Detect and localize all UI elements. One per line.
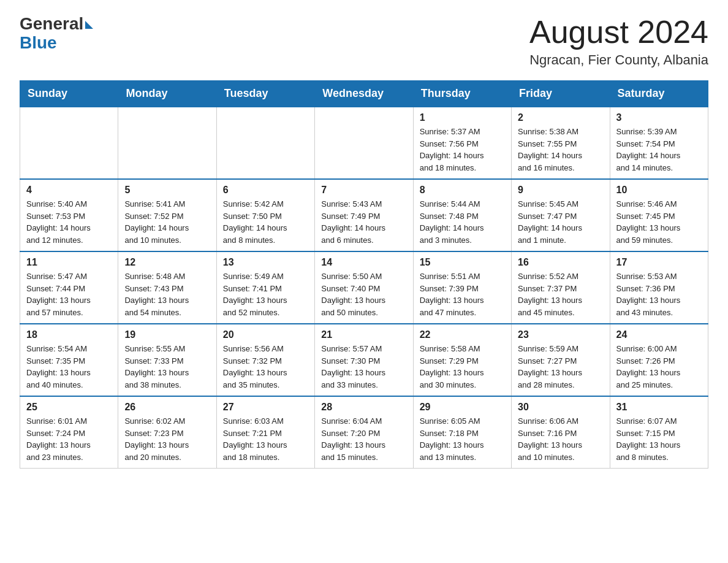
day-info: Sunrise: 5:47 AMSunset: 7:44 PMDaylight:… — [26, 270, 112, 318]
day-number: 7 — [321, 185, 406, 196]
weekday-header-wednesday: Wednesday — [315, 81, 413, 107]
day-number: 27 — [223, 402, 308, 413]
calendar-cell: 14Sunrise: 5:50 AMSunset: 7:40 PMDayligh… — [315, 251, 413, 324]
calendar-cell: 29Sunrise: 6:05 AMSunset: 7:18 PMDayligh… — [413, 396, 511, 469]
calendar-header-row: SundayMondayTuesdayWednesdayThursdayFrid… — [20, 81, 708, 107]
day-number: 25 — [26, 402, 112, 413]
page-header: General Blue August 2024 Ngracan, Fier C… — [20, 15, 708, 68]
day-info: Sunrise: 5:57 AMSunset: 7:30 PMDaylight:… — [321, 343, 406, 391]
day-number: 8 — [420, 185, 505, 196]
day-number: 13 — [223, 257, 308, 268]
weekday-header-sunday: Sunday — [20, 81, 118, 107]
day-info: Sunrise: 5:48 AMSunset: 7:43 PMDaylight:… — [124, 270, 210, 318]
calendar-cell: 4Sunrise: 5:40 AMSunset: 7:53 PMDaylight… — [20, 179, 118, 251]
month-title: August 2024 — [529, 15, 708, 50]
day-info: Sunrise: 5:41 AMSunset: 7:52 PMDaylight:… — [124, 198, 210, 246]
week-row-5: 25Sunrise: 6:01 AMSunset: 7:24 PMDayligh… — [20, 396, 708, 469]
day-info: Sunrise: 5:39 AMSunset: 7:54 PMDaylight:… — [616, 126, 702, 174]
day-info: Sunrise: 5:38 AMSunset: 7:55 PMDaylight:… — [518, 126, 603, 174]
day-info: Sunrise: 6:05 AMSunset: 7:18 PMDaylight:… — [420, 415, 505, 463]
calendar-cell — [315, 107, 413, 179]
calendar-cell: 27Sunrise: 6:03 AMSunset: 7:21 PMDayligh… — [216, 396, 314, 469]
day-number: 6 — [223, 185, 308, 196]
day-info: Sunrise: 5:58 AMSunset: 7:29 PMDaylight:… — [420, 343, 505, 391]
day-number: 26 — [124, 402, 210, 413]
calendar-cell: 13Sunrise: 5:49 AMSunset: 7:41 PMDayligh… — [216, 251, 314, 324]
calendar-cell — [20, 107, 118, 179]
day-info: Sunrise: 5:37 AMSunset: 7:56 PMDaylight:… — [420, 126, 505, 174]
day-number: 4 — [26, 185, 112, 196]
day-info: Sunrise: 5:46 AMSunset: 7:45 PMDaylight:… — [616, 198, 702, 246]
logo-triangle-icon — [85, 21, 93, 29]
calendar-cell: 6Sunrise: 5:42 AMSunset: 7:50 PMDaylight… — [216, 179, 314, 251]
day-info: Sunrise: 6:04 AMSunset: 7:20 PMDaylight:… — [321, 415, 406, 463]
weekday-header-tuesday: Tuesday — [216, 81, 314, 107]
title-section: August 2024 Ngracan, Fier County, Albani… — [529, 15, 708, 68]
weekday-header-saturday: Saturday — [610, 81, 708, 107]
calendar-cell: 3Sunrise: 5:39 AMSunset: 7:54 PMDaylight… — [610, 107, 708, 179]
day-number: 14 — [321, 257, 406, 268]
calendar-cell: 31Sunrise: 6:07 AMSunset: 7:15 PMDayligh… — [610, 396, 708, 469]
calendar-cell — [216, 107, 314, 179]
day-info: Sunrise: 5:59 AMSunset: 7:27 PMDaylight:… — [518, 343, 603, 391]
day-info: Sunrise: 5:42 AMSunset: 7:50 PMDaylight:… — [223, 198, 308, 246]
day-number: 5 — [124, 185, 210, 196]
calendar-cell: 2Sunrise: 5:38 AMSunset: 7:55 PMDaylight… — [512, 107, 610, 179]
calendar-cell — [118, 107, 216, 179]
day-number: 22 — [420, 329, 505, 340]
calendar-cell: 1Sunrise: 5:37 AMSunset: 7:56 PMDaylight… — [413, 107, 511, 179]
logo-blue-text: Blue — [20, 34, 57, 53]
day-number: 2 — [518, 112, 603, 123]
calendar-cell: 18Sunrise: 5:54 AMSunset: 7:35 PMDayligh… — [20, 324, 118, 396]
day-info: Sunrise: 5:45 AMSunset: 7:47 PMDaylight:… — [518, 198, 603, 246]
calendar-cell: 5Sunrise: 5:41 AMSunset: 7:52 PMDaylight… — [118, 179, 216, 251]
day-info: Sunrise: 6:02 AMSunset: 7:23 PMDaylight:… — [124, 415, 210, 463]
day-number: 29 — [420, 402, 505, 413]
day-number: 30 — [518, 402, 603, 413]
day-info: Sunrise: 5:43 AMSunset: 7:49 PMDaylight:… — [321, 198, 406, 246]
calendar-cell: 10Sunrise: 5:46 AMSunset: 7:45 PMDayligh… — [610, 179, 708, 251]
weekday-header-friday: Friday — [512, 81, 610, 107]
calendar-cell: 11Sunrise: 5:47 AMSunset: 7:44 PMDayligh… — [20, 251, 118, 324]
calendar-cell: 7Sunrise: 5:43 AMSunset: 7:49 PMDaylight… — [315, 179, 413, 251]
calendar-cell: 20Sunrise: 5:56 AMSunset: 7:32 PMDayligh… — [216, 324, 314, 396]
day-number: 19 — [124, 329, 210, 340]
day-info: Sunrise: 5:55 AMSunset: 7:33 PMDaylight:… — [124, 343, 210, 391]
day-number: 1 — [420, 112, 505, 123]
logo: General Blue — [20, 15, 93, 53]
calendar-cell: 25Sunrise: 6:01 AMSunset: 7:24 PMDayligh… — [20, 396, 118, 469]
calendar-cell: 23Sunrise: 5:59 AMSunset: 7:27 PMDayligh… — [512, 324, 610, 396]
day-info: Sunrise: 6:07 AMSunset: 7:15 PMDaylight:… — [616, 415, 702, 463]
calendar-cell: 9Sunrise: 5:45 AMSunset: 7:47 PMDaylight… — [512, 179, 610, 251]
calendar-cell: 8Sunrise: 5:44 AMSunset: 7:48 PMDaylight… — [413, 179, 511, 251]
week-row-2: 4Sunrise: 5:40 AMSunset: 7:53 PMDaylight… — [20, 179, 708, 251]
calendar-cell: 24Sunrise: 6:00 AMSunset: 7:26 PMDayligh… — [610, 324, 708, 396]
calendar-cell: 21Sunrise: 5:57 AMSunset: 7:30 PMDayligh… — [315, 324, 413, 396]
calendar-cell: 26Sunrise: 6:02 AMSunset: 7:23 PMDayligh… — [118, 396, 216, 469]
day-number: 21 — [321, 329, 406, 340]
week-row-3: 11Sunrise: 5:47 AMSunset: 7:44 PMDayligh… — [20, 251, 708, 324]
calendar-cell: 22Sunrise: 5:58 AMSunset: 7:29 PMDayligh… — [413, 324, 511, 396]
day-info: Sunrise: 6:00 AMSunset: 7:26 PMDaylight:… — [616, 343, 702, 391]
day-number: 31 — [616, 402, 702, 413]
day-number: 28 — [321, 402, 406, 413]
day-info: Sunrise: 5:40 AMSunset: 7:53 PMDaylight:… — [26, 198, 112, 246]
day-number: 18 — [26, 329, 112, 340]
day-info: Sunrise: 5:44 AMSunset: 7:48 PMDaylight:… — [420, 198, 505, 246]
day-info: Sunrise: 6:01 AMSunset: 7:24 PMDaylight:… — [26, 415, 112, 463]
day-info: Sunrise: 5:54 AMSunset: 7:35 PMDaylight:… — [26, 343, 112, 391]
day-number: 24 — [616, 329, 702, 340]
calendar-cell: 16Sunrise: 5:52 AMSunset: 7:37 PMDayligh… — [512, 251, 610, 324]
calendar-cell: 28Sunrise: 6:04 AMSunset: 7:20 PMDayligh… — [315, 396, 413, 469]
day-info: Sunrise: 6:03 AMSunset: 7:21 PMDaylight:… — [223, 415, 308, 463]
calendar-cell: 12Sunrise: 5:48 AMSunset: 7:43 PMDayligh… — [118, 251, 216, 324]
week-row-4: 18Sunrise: 5:54 AMSunset: 7:35 PMDayligh… — [20, 324, 708, 396]
day-info: Sunrise: 5:53 AMSunset: 7:36 PMDaylight:… — [616, 270, 702, 318]
day-number: 17 — [616, 257, 702, 268]
day-info: Sunrise: 5:50 AMSunset: 7:40 PMDaylight:… — [321, 270, 406, 318]
day-number: 9 — [518, 185, 603, 196]
day-number: 20 — [223, 329, 308, 340]
day-info: Sunrise: 5:51 AMSunset: 7:39 PMDaylight:… — [420, 270, 505, 318]
day-number: 16 — [518, 257, 603, 268]
weekday-header-thursday: Thursday — [413, 81, 511, 107]
